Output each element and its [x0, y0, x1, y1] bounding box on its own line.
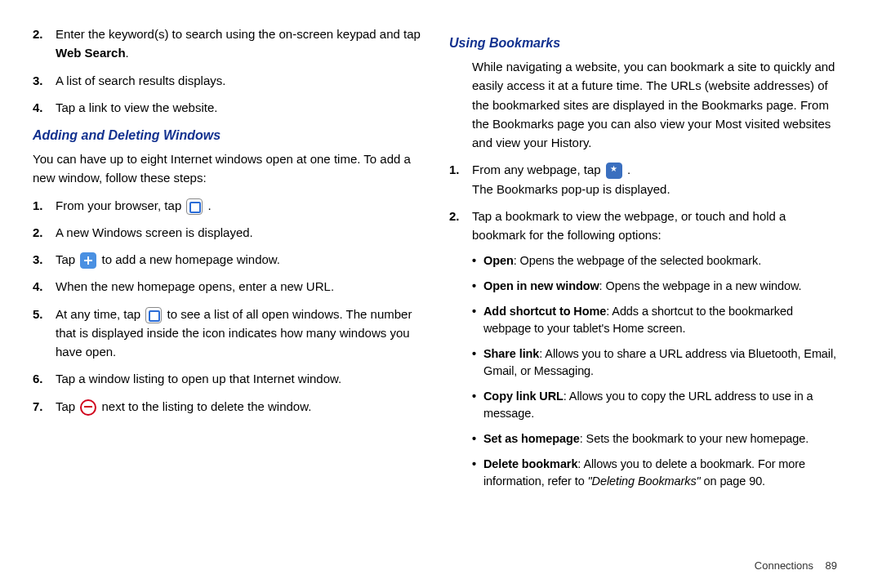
step-body: Tap next to the listing to delete the wi…	[56, 397, 421, 416]
bullet-item: Open: Opens the webpage of the selected …	[472, 252, 837, 270]
step-number: 5.	[33, 305, 56, 362]
bullet-item: Set as homepage: Sets the bookmark to yo…	[472, 430, 837, 448]
step-body: When the new homepage opens, enter a new…	[56, 277, 421, 296]
step-number: 3.	[33, 250, 56, 269]
step-body: Tap a bookmark to view the webpage, or t…	[472, 207, 837, 245]
adding-steps: 1.From your browser, tap .2.A new Window…	[33, 196, 421, 416]
step-body: From your browser, tap .	[56, 196, 421, 215]
footer-section: Connections	[755, 559, 813, 572]
list-item: 4. When the new homepage opens, enter a …	[33, 277, 421, 296]
right-column: Using Bookmarks While navigating a websi…	[449, 24, 837, 572]
bookmark-icon	[606, 163, 622, 179]
adding-deleting-windows-heading: Adding and Deleting Windows	[33, 128, 421, 143]
add-window-icon	[80, 252, 96, 269]
bookmark-options: Open: Opens the webpage of the selected …	[449, 252, 837, 490]
footer-page: 89	[826, 559, 837, 572]
step-body: From any webpage, tap .The Bookmarks pop…	[472, 160, 837, 198]
step-number: 2.	[449, 207, 472, 245]
adding-intro: You can have up to eight Internet window…	[33, 149, 421, 188]
list-item: 7.Tap next to the listing to delete the …	[33, 397, 421, 416]
step-number: 2.	[33, 24, 56, 63]
page-footer: Connections 89	[755, 559, 837, 572]
bullet-item: Open in new window: Opens the webpage in…	[472, 278, 837, 295]
bookmarks-steps: 1.From any webpage, tap .The Bookmarks p…	[449, 160, 837, 244]
list-item: 2.Enter the keyword(s) to search using t…	[33, 24, 421, 63]
list-item: 5.At any time, tap to see a list of all …	[33, 305, 421, 362]
step-number: 3.	[33, 71, 56, 90]
list-item: 2.A new Windows screen is displayed.	[33, 223, 421, 242]
step-body: A list of search results displays.	[56, 71, 421, 90]
step-number: 7.	[33, 397, 56, 416]
remove-icon	[80, 399, 96, 416]
bullet-item: Delete bookmark: Allows you to delete a …	[472, 456, 837, 490]
step-body: Tap to add a new homepage window.	[56, 250, 421, 269]
list-item: 3.Tap to add a new homepage window.	[33, 250, 421, 269]
step-number: 2.	[33, 223, 56, 242]
step-number: 4.	[33, 98, 56, 117]
bullet-item: Share link: Allows you to share a URL ad…	[472, 345, 837, 380]
list-item: 1.From any webpage, tap .The Bookmarks p…	[449, 160, 837, 198]
list-item: 6.Tap a window listing to open up that I…	[33, 369, 421, 388]
left-column: 2.Enter the keyword(s) to search using t…	[33, 24, 421, 572]
step-number: 6.	[33, 369, 56, 388]
step-number: 1.	[449, 160, 472, 198]
step-number: 4.	[33, 277, 56, 296]
bookmarks-intro: While navigating a website, you can book…	[472, 57, 837, 152]
step-body: At any time, tap to see a list of all op…	[56, 305, 421, 362]
list-item: 3.A list of search results displays.	[33, 71, 421, 90]
list-item: 2.Tap a bookmark to view the webpage, or…	[449, 207, 837, 245]
step-body: Tap a link to view the website.	[56, 98, 421, 117]
step-number: 1.	[33, 196, 56, 215]
step-body: Enter the keyword(s) to search using the…	[56, 24, 421, 63]
list-item: 4.Tap a link to view the website.	[33, 98, 421, 117]
step-body: Tap a window listing to open up that Int…	[56, 369, 421, 388]
search-continued-steps: 2.Enter the keyword(s) to search using t…	[33, 24, 421, 117]
bullet-item: Add shortcut to Home: Adds a shortcut to…	[472, 303, 837, 337]
list-item: 1.From your browser, tap .	[33, 196, 421, 215]
windows-icon	[145, 307, 162, 323]
windows-icon	[186, 198, 203, 215]
bullet-item: Copy link URL: Allows you to copy the UR…	[472, 388, 837, 422]
step-body: A new Windows screen is displayed.	[56, 223, 421, 242]
using-bookmarks-heading: Using Bookmarks	[449, 36, 837, 51]
